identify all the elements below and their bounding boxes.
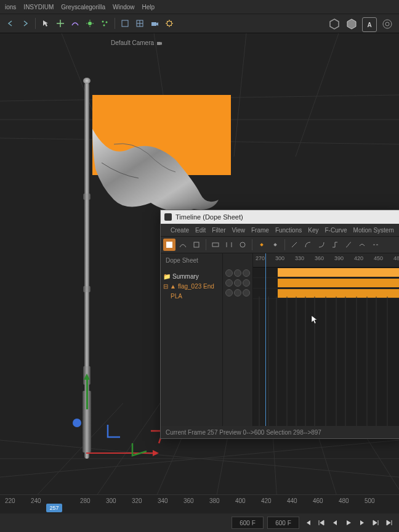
timeline-ruler[interactable]: 270 300 330 360 390 420 450 480 [253,253,399,268]
svg-rect-30 [166,242,172,248]
timeline-panel: Timeline (Dope Sheet) Create Edit Filter… [160,210,399,439]
z-axis-handle[interactable] [73,419,81,427]
toggle-icon[interactable] [225,269,233,277]
mouse-cursor-icon [311,315,318,325]
tl-menu-item[interactable]: Create [171,227,189,234]
svg-point-10 [385,22,389,26]
rot-z-handle[interactable] [108,425,120,437]
tl-menu-item[interactable]: Key [308,227,318,234]
key-tool-2[interactable] [269,239,281,251]
camera-tool[interactable] [148,17,161,30]
end-frame-field[interactable]: 600 F [267,517,299,529]
toggle-icon[interactable] [225,279,233,287]
layout-letter-a[interactable]: A [362,17,377,32]
svg-marker-8 [330,19,339,29]
svg-rect-32 [212,243,219,247]
link-button[interactable] [236,239,249,251]
tl-menu-item[interactable]: F-Curve [324,227,347,234]
svg-point-33 [240,242,245,247]
curve-break-button[interactable] [369,239,382,251]
menu-item[interactable]: Window [113,4,135,10]
folder-icon: 📁 [163,273,171,280]
settings-icon[interactable] [381,17,394,31]
select-tool[interactable] [39,17,52,30]
grid-tool[interactable] [133,17,147,30]
svg-point-1 [102,21,104,23]
timeline-status: Current Frame 257 Preview 0-->600 Select… [166,429,321,436]
menu-item[interactable]: ions [5,4,16,10]
toggle-icon[interactable] [234,269,241,277]
tl-menu-item[interactable]: Filter [212,227,225,234]
spline-tool[interactable] [68,17,82,30]
tl-menu-item[interactable]: Functions [275,227,302,234]
current-frame-field[interactable]: 600 F [232,517,264,529]
prev-frame-button[interactable] [330,518,340,528]
svg-line-28 [296,33,339,157]
menu-item[interactable]: INSYDIUM [23,4,54,10]
toggle-icon[interactable] [234,289,241,297]
floor-tool[interactable] [118,17,132,30]
svg-rect-6 [151,22,156,26]
svg-rect-31 [194,242,199,247]
next-frame-button[interactable] [357,518,367,528]
toggle-icon[interactable] [225,289,233,297]
redo-button[interactable] [18,17,32,30]
object-track[interactable]: ⊟ ▲ flag_023 End [161,281,222,291]
app-icon [164,213,172,221]
menubar: ions INSYDIUM Greyscalegorilla Window He… [0,0,399,14]
curve-linear-button[interactable] [288,239,300,251]
play-button[interactable] [344,518,353,528]
motion-mode-button[interactable] [190,239,203,251]
waveform-background [253,297,399,426]
track-toggles [223,253,253,426]
fcurve-mode-button[interactable] [177,239,189,251]
goto-end-button[interactable] [384,518,394,528]
render-tool[interactable] [163,17,176,30]
tl-menu-item[interactable]: Frame [251,227,269,234]
light-tool[interactable] [83,17,97,30]
curve-ease2-button[interactable] [315,239,328,251]
layout-model-icon[interactable] [345,17,358,31]
tl-menu-item[interactable]: View [232,227,245,234]
curve-spline-button[interactable] [342,239,355,251]
move-tool[interactable] [54,17,67,30]
track-area[interactable]: 270 300 330 360 390 420 450 480 [253,253,399,426]
toggle-icon[interactable] [243,279,250,287]
y-axis-handle[interactable] [86,379,88,409]
svg-point-0 [88,22,92,25]
tl-menu-item[interactable]: Motion System [353,227,394,234]
timeline-titlebar[interactable]: Timeline (Dope Sheet) [161,210,399,224]
tl-menu-item[interactable]: Edit [195,227,206,234]
summary-track[interactable]: 📁 Summary [161,271,222,281]
frame-sel-button[interactable] [223,239,235,251]
menu-item[interactable]: Greyscalegorilla [61,4,105,10]
main-timeline[interactable]: 220 240 280 300 320 340 360 380 400 420 … [0,494,399,514]
toggle-icon[interactable] [243,289,250,297]
toggle-icon[interactable] [234,279,241,287]
undo-button[interactable] [4,17,17,30]
curve-auto-button[interactable] [356,239,368,251]
object-bar[interactable] [253,278,399,289]
timeline-title-text: Timeline (Dope Sheet) [175,213,243,221]
viewport[interactable]: Default Camera [0,33,399,502]
menu-item[interactable]: Help [142,4,155,10]
rot-y-handle[interactable] [132,443,147,456]
goto-start-button[interactable] [303,518,313,528]
frame-all-button[interactable] [209,239,222,251]
summary-bar[interactable] [253,268,399,278]
next-key-button[interactable] [371,518,381,528]
toggle-icon[interactable] [243,269,250,277]
main-playhead[interactable]: 257 [46,504,62,512]
prev-key-button[interactable] [316,518,326,528]
dopesheet-mode-button[interactable] [163,239,175,251]
pla-track[interactable]: PLA [161,291,222,301]
svg-point-2 [106,22,108,23]
curve-ease-button[interactable] [302,239,314,251]
particle-tool[interactable] [98,17,111,30]
curve-step-button[interactable] [329,239,341,251]
timeline-menubar: Create Edit Filter View Frame Functions … [161,224,399,237]
layout-standard-icon[interactable] [328,17,341,31]
expand-icon[interactable]: ⊟ [163,283,168,290]
svg-rect-35 [273,243,277,247]
key-tool[interactable] [256,239,268,251]
